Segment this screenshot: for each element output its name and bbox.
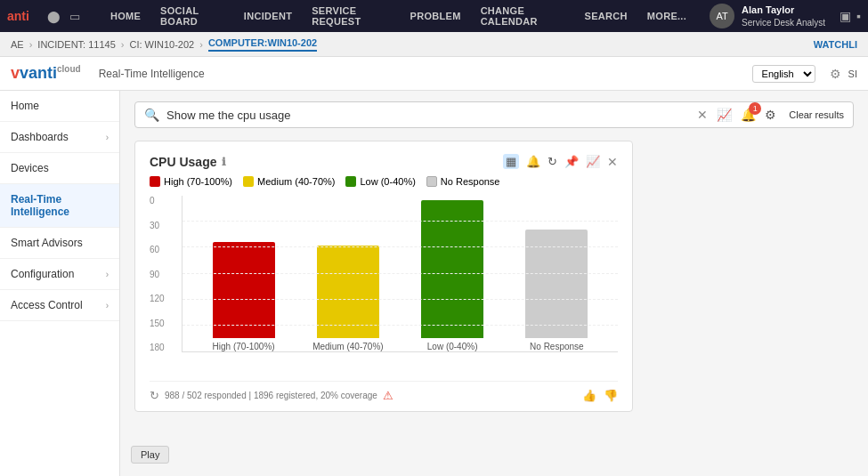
brand-name: vvanticloud: [11, 64, 81, 83]
legend-label-medium: Medium (40-70%): [257, 176, 335, 187]
brand-logo: vvanticloud: [11, 64, 81, 83]
bell-icon[interactable]: 🔔: [741, 108, 756, 122]
breadcrumb-sep-3: ›: [199, 39, 203, 50]
bar-group-noresponse: No Response: [514, 230, 600, 351]
legend-medium: Medium (40-70%): [243, 176, 335, 187]
thumbdown-icon[interactable]: 👎: [604, 389, 618, 402]
user-role: Service Desk Analyst: [742, 17, 825, 28]
bar-group-low: Low (0-40%): [410, 200, 496, 351]
sidebar-item-home[interactable]: Home: [0, 91, 119, 122]
grid-line-1: [183, 325, 618, 326]
breadcrumb-bar: AE › INCIDENT: 11145 › CI: WIN10-202 › C…: [0, 32, 868, 57]
nav-circle-icon[interactable]: ⬤: [47, 10, 61, 23]
nav-items: HOME SOCIAL BOARD INCIDENT SERVICE REQUE…: [101, 0, 695, 32]
sub-header-title: Real-Time Intelligence: [99, 68, 205, 80]
legend-noresponse: No Response: [426, 176, 500, 187]
breadcrumb-ae[interactable]: AE: [11, 39, 24, 50]
breadcrumb-computer[interactable]: COMPUTER:WIN10-202: [208, 37, 317, 52]
top-nav: anti ⬤ ▭ HOME SOCIAL BOARD INCIDENT SERV…: [0, 0, 868, 32]
sidebar-item-devices[interactable]: Devices: [0, 153, 119, 184]
y-label-4: 60: [150, 245, 165, 254]
search-actions: ✕ 📈 🔔 ⚙ Clear results: [697, 108, 844, 122]
sidebar-item-smart-advisors[interactable]: Smart Advisors: [0, 228, 119, 259]
y-label-0: 180: [150, 343, 165, 352]
nav-icon-group: ⬤ ▭: [47, 10, 80, 23]
search-bar: 🔍 ✕ 📈 🔔 ⚙ Clear results: [134, 101, 854, 128]
chart-legend: High (70-100%) Medium (40-70%) Low (0-40…: [150, 176, 618, 187]
nav-box-icon[interactable]: ▪: [856, 9, 861, 23]
bar-chart-inner: High (70-100%) Medium (40-70%) Low (0-40…: [182, 196, 618, 352]
nav-user: AT Alan Taylor Service Desk Analyst ▣ ▪: [710, 4, 861, 28]
y-axis: 180 150 120 90 60 30 0: [150, 196, 165, 352]
bar-high: [213, 242, 275, 338]
info-icon[interactable]: ℹ: [222, 156, 226, 168]
chart-close-button[interactable]: ✕: [607, 155, 618, 169]
settings-icon[interactable]: ⚙: [830, 67, 841, 81]
sidebar-home-label: Home: [11, 100, 39, 112]
bar-chart: 180 150 120 90 60 30 0: [150, 196, 618, 374]
brand-text: vanti: [20, 64, 57, 82]
nav-more[interactable]: MORE...: [638, 0, 695, 32]
bar-noresponse: [525, 230, 588, 338]
sidebar-realtime-label: Real-Time Intelligence: [11, 193, 109, 218]
gear-icon[interactable]: ⚙: [765, 108, 776, 122]
chart-icon[interactable]: 📈: [717, 108, 732, 122]
chart-footer: ↻ 988 / 502 responded | 1896 registered,…: [150, 381, 618, 402]
sidebar-item-configuration[interactable]: Configuration ›: [0, 259, 119, 290]
chart-header: CPU Usage ℹ ▦ 🔔 ↻ 📌 📈 ✕: [150, 154, 618, 169]
search-clear-x[interactable]: ✕: [697, 108, 708, 122]
chart-footer-left: ↻ 988 / 502 responded | 1896 registered,…: [150, 389, 393, 402]
chart-expand-icon[interactable]: 📈: [586, 155, 600, 168]
chart-bell-icon[interactable]: 🔔: [526, 155, 540, 168]
search-input[interactable]: [166, 109, 690, 122]
breadcrumb-incident[interactable]: INCIDENT: 11145: [37, 39, 115, 50]
legend-label-high: High (70-100%): [164, 176, 232, 187]
chevron-right-icon-3: ›: [106, 301, 109, 311]
nav-change-calendar[interactable]: CHANGE CALENDAR: [472, 0, 574, 32]
nav-service-request[interactable]: SERVICE REQUEST: [303, 0, 399, 32]
bar-label-high: High (70-100%): [213, 342, 275, 351]
warning-icon[interactable]: ⚠: [383, 389, 393, 402]
sub-header-extra[interactable]: SI: [848, 69, 857, 79]
chevron-right-icon: ›: [106, 133, 109, 142]
legend-dot-low: [345, 176, 356, 187]
breadcrumb-ci[interactable]: CI: WIN10-202: [129, 39, 194, 50]
nav-bell-icon[interactable]: ▣: [840, 9, 851, 23]
refresh-icon[interactable]: ↻: [150, 389, 159, 402]
chart-table-icon[interactable]: ▦: [503, 154, 519, 169]
nav-problem[interactable]: PROBLEM: [402, 0, 470, 32]
legend-label-noresponse: No Response: [441, 176, 500, 187]
sidebar-smart-label: Smart Advisors: [11, 237, 83, 249]
bar-label-medium: Medium (40-70%): [312, 342, 383, 351]
legend-low: Low (0-40%): [345, 176, 415, 187]
legend-label-low: Low (0-40%): [360, 176, 415, 187]
chart-actions: ▦ 🔔 ↻ 📌 📈 ✕: [503, 154, 618, 169]
sidebar-devices-label: Devices: [11, 162, 49, 174]
nav-social-board[interactable]: SOCIAL BOARD: [151, 0, 233, 32]
brand-sub: cloud: [57, 64, 81, 74]
nav-home[interactable]: HOME: [101, 0, 150, 32]
chart-pin-icon[interactable]: 📌: [564, 155, 579, 168]
sidebar-item-realtime[interactable]: Real-Time Intelligence: [0, 184, 119, 228]
nav-msg-icon[interactable]: ▭: [69, 10, 80, 23]
nav-search[interactable]: SEARCH: [576, 0, 637, 32]
chevron-right-icon-2: ›: [106, 270, 109, 279]
watchli-button[interactable]: WATCHLI: [814, 39, 857, 50]
legend-dot-noresponse: [426, 176, 437, 187]
play-button[interactable]: Play: [131, 446, 169, 464]
avatar[interactable]: AT: [710, 4, 734, 28]
grid-line-4: [183, 246, 618, 247]
clear-results-button[interactable]: Clear results: [789, 109, 844, 120]
nav-incident[interactable]: INCIDENT: [235, 0, 301, 32]
thumbup-icon[interactable]: 👍: [582, 389, 596, 402]
chart-footer-right: 👍 👎: [582, 389, 618, 402]
y-label-1: 150: [150, 319, 165, 328]
y-label-3: 90: [150, 270, 165, 279]
sidebar-item-dashboards[interactable]: Dashboards ›: [0, 122, 119, 153]
legend-high: High (70-100%): [150, 176, 232, 187]
content-area: 🔍 ✕ 📈 🔔 ⚙ Clear results CPU Usage ℹ ▦ 🔔: [120, 91, 868, 476]
grid-line-5: [183, 221, 618, 222]
sidebar-item-access-control[interactable]: Access Control ›: [0, 290, 119, 321]
language-select[interactable]: English: [752, 65, 815, 83]
chart-refresh-icon[interactable]: ↻: [548, 155, 557, 168]
